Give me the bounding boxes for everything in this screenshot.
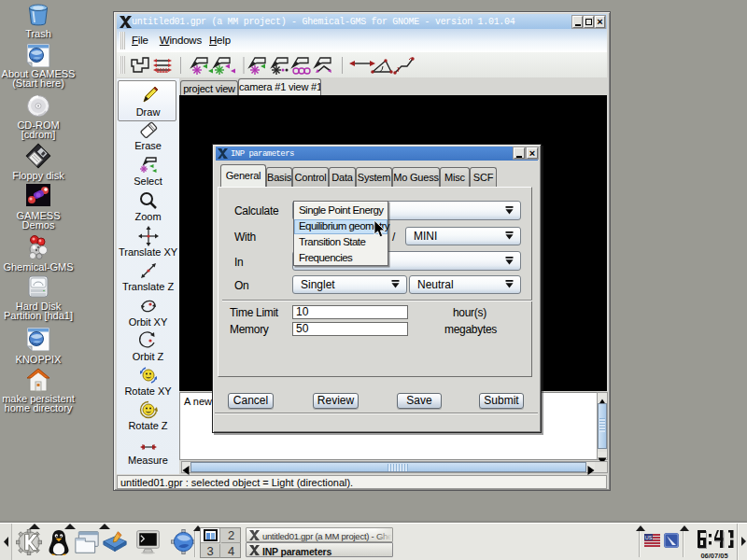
svg-text:US: US [645,535,653,540]
